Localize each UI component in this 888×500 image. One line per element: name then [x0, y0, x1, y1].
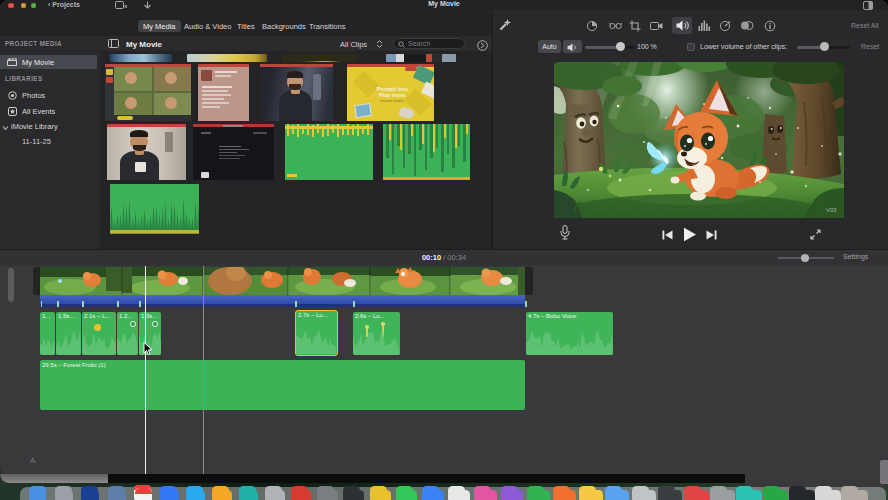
- svg-text:V03: V03: [826, 207, 837, 213]
